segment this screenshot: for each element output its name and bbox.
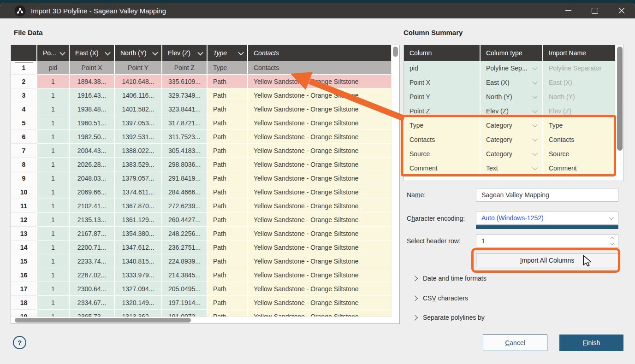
table-cell: 1 [37, 213, 70, 227]
table-cell: 323.8441... [162, 102, 208, 116]
column-header-east-x-[interactable]: East (X) [70, 45, 115, 61]
row-number-cell[interactable]: 2 [11, 75, 37, 88]
table-cell: Point Z [162, 61, 208, 75]
column-type-dropdown[interactable]: Elev (Z) [481, 104, 543, 118]
column-header-type[interactable]: Type [208, 45, 248, 61]
file-data-horizontal-scrollbar[interactable] [11, 317, 392, 323]
column-type-dropdown[interactable]: East (X) [481, 75, 543, 89]
row-number-cell[interactable]: 7 [11, 144, 37, 158]
title-bar: Import 3D Polyline - Sagean Valley Mappi… [0, 3, 635, 18]
column-name-cell: Point Y [404, 89, 481, 104]
table-cell: 1340.815... [115, 254, 162, 268]
column-type-value: East (X) [486, 79, 510, 86]
row-number-cell[interactable]: 11 [11, 199, 37, 213]
table-row: 1212135.13...1361.129...260.4427...PathY… [11, 213, 392, 227]
table-row: 1812334.67...1320.149...197.1914...PathY… [11, 296, 392, 310]
row-number-cell[interactable]: 18 [11, 296, 37, 310]
section-label: Separate polylines by [423, 314, 485, 321]
name-input[interactable]: Sagean Valley Mapping [476, 188, 618, 202]
row-number-cell[interactable]: 15 [11, 254, 37, 268]
table-cell: 1367.870... [115, 199, 162, 213]
help-button[interactable]: ? [13, 336, 26, 349]
column-type-dropdown[interactable]: Category [481, 147, 543, 161]
chevron-down-icon [532, 93, 537, 98]
name-input-value: Sagean Valley Mapping [481, 191, 549, 199]
row-number-cell[interactable]: 9 [11, 171, 37, 185]
column-type-dropdown[interactable]: Polyline Sep... [481, 61, 543, 75]
column-header-elev-z-[interactable]: Elev (Z) [162, 45, 208, 61]
row-number-cell[interactable]: 13 [11, 227, 37, 241]
table-cell: 224.8939... [162, 254, 208, 268]
section-toggle-csv-characters[interactable]: CSV characters [413, 294, 468, 303]
column-type-dropdown[interactable]: Category [481, 132, 543, 147]
close-button[interactable] [608, 3, 635, 18]
table-cell: Yellow Sandstone - Orange Siltstone [248, 296, 392, 310]
character-encoding-select[interactable]: Auto (Windows-1252) [476, 211, 618, 225]
table-cell: Path [208, 199, 248, 213]
table-cell: 1 [37, 282, 70, 296]
table-cell: 291.8419... [162, 171, 208, 185]
table-cell: 1 [37, 268, 70, 282]
section-toggle-separate-polylines-by[interactable]: Separate polylines by [413, 313, 485, 322]
column-type-value: Category [486, 150, 512, 158]
window-title: Import 3D Polyline - Sagean Valley Mappi… [31, 7, 166, 15]
column-header-contacts[interactable]: Contacts [248, 45, 392, 61]
row-number-cell[interactable]: 4 [11, 102, 37, 116]
table-cell: pid [37, 61, 70, 75]
row-number-cell[interactable]: 19 [11, 310, 37, 317]
file-data-horizontal-scrollbar-thumb[interactable] [15, 318, 191, 323]
question-mark-icon: ? [18, 339, 22, 346]
header-row-spinner[interactable]: 1 [476, 234, 618, 248]
import-name-cell: North (Y) [543, 89, 616, 104]
column-name-cell: Point X [404, 75, 481, 89]
spinner-buttons[interactable] [611, 237, 614, 245]
column-type-dropdown[interactable]: Text [481, 161, 543, 175]
row-number-cell[interactable]: 12 [11, 213, 37, 227]
table-cell: Yellow Sandstone - Orange Siltstone [248, 158, 392, 171]
row-number-cell[interactable]: 14 [11, 241, 37, 254]
column-summary-vertical-scrollbar-thumb[interactable] [617, 47, 623, 151]
column-header-po-[interactable]: Po... [37, 45, 70, 61]
column-type-dropdown[interactable]: Category [481, 118, 543, 132]
import-name-cell: Polyline Separator [543, 61, 616, 75]
import-name-cell: Comment [543, 161, 616, 175]
row-number-cell[interactable]: 5 [11, 116, 37, 130]
table-cell: 1 [37, 310, 70, 317]
table-cell: 1361.129... [115, 213, 162, 227]
maximize-button[interactable] [582, 3, 608, 18]
table-cell: Yellow Sandstone - Orange Siltstone [248, 88, 392, 102]
import-name-cell: Source [543, 147, 616, 161]
table-cell: 2300.64... [70, 282, 115, 296]
table-cell: 236.2751... [162, 241, 208, 254]
table-cell: 205.0495... [162, 282, 208, 296]
row-number-cell-selected[interactable]: 1 [11, 61, 37, 75]
table-cell: 1 [37, 254, 70, 268]
column-type-value: Category [486, 122, 512, 129]
column-name-cell: Contacts [404, 132, 481, 147]
table-cell: 1982.50... [70, 130, 115, 144]
table-cell: 2004.43... [70, 144, 115, 158]
table-cell: 248.2256... [162, 227, 208, 241]
table-cell: 1960.51... [70, 116, 115, 130]
import-all-columns-button[interactable]: Import All Columns [476, 253, 618, 267]
column-header-north-y-[interactable]: North (Y) [115, 45, 162, 61]
table-cell: 1401.582... [115, 102, 162, 116]
cancel-button[interactable]: Cancel [483, 335, 547, 351]
section-toggle-date-and-time-formats[interactable]: Date and time formats [413, 274, 487, 283]
row-number-cell[interactable]: 3 [11, 88, 37, 102]
row-number-cell[interactable]: 10 [11, 185, 37, 199]
file-data-vertical-scrollbar[interactable] [392, 45, 399, 317]
chevron-right-icon [412, 295, 418, 301]
column-summary-row: Point ZElev (Z)Elev (Z) [404, 104, 616, 118]
row-number-cell[interactable]: 8 [11, 158, 37, 171]
table-cell: 1 [37, 88, 70, 102]
finish-button[interactable]: Finish [559, 335, 623, 351]
row-number-cell[interactable]: 6 [11, 130, 37, 144]
row-number-cell[interactable]: 16 [11, 268, 37, 282]
column-summary-vertical-scrollbar[interactable] [616, 45, 623, 181]
file-data-vertical-scrollbar-thumb[interactable] [393, 47, 398, 57]
row-number-cell[interactable]: 17 [11, 282, 37, 296]
column-type-dropdown[interactable]: North (Y) [481, 89, 543, 104]
minimize-button[interactable] [555, 3, 582, 18]
file-data-column-header-row: Po...East (X)North (Y)Elev (Z)TypeContac… [11, 45, 392, 61]
